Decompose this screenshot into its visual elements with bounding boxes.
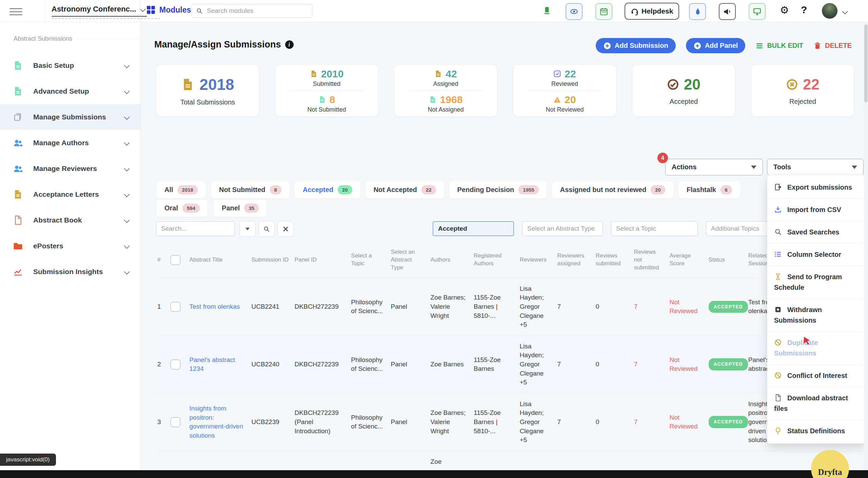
tools-menu-item-status-definitions[interactable]: Status Definitions — [767, 420, 866, 442]
column-header-num: # — [156, 242, 169, 278]
cell-reviewers_assigned: 7 — [556, 278, 594, 336]
filter-tab-pending-decision[interactable]: Pending Decision 1955 — [449, 181, 547, 199]
tools-menu-item-export-submissions[interactable]: Export submissions — [767, 176, 866, 198]
filter-tab-all[interactable]: All 2018 — [156, 181, 206, 199]
cell-abstract_type: Panel — [389, 278, 429, 336]
sidebar-item-manage-authors[interactable]: Manage Authors — [0, 130, 140, 156]
helpdesk-button[interactable]: Helpdesk — [625, 3, 679, 20]
bottom-bar — [0, 470, 868, 478]
stat-card-assigned: 42 Assigned 1968 Not Assigned — [394, 64, 497, 117]
sidebar-item-abstract-book[interactable]: Abstract Book — [0, 207, 140, 233]
cell-reviews_not_submitted: 7 — [633, 278, 668, 336]
column-header-panel_id: Panel ID — [293, 242, 350, 278]
tools-menu-item-conflict-of-interest[interactable]: Conflict of Interest — [767, 364, 866, 387]
pin-button[interactable] — [689, 3, 706, 20]
megaphone-button[interactable] — [719, 3, 736, 20]
abstract-type-filter[interactable] — [522, 221, 603, 236]
sidebar-item-basic-setup[interactable]: Basic Setup — [0, 53, 140, 78]
count-badge: 20 — [338, 185, 352, 194]
helpdesk-label: Helpdesk — [642, 7, 673, 15]
sidebar-item-manage-reviewers[interactable]: Manage Reviewers — [0, 156, 140, 181]
filter-tab-oral[interactable]: Oral 594 — [156, 199, 208, 217]
row-checkbox[interactable] — [171, 417, 180, 427]
scrollbar[interactable] — [864, 22, 868, 470]
cell-panel_id — [293, 451, 350, 470]
tools-menu-item-download-abstract-files[interactable]: Download abstract files — [767, 387, 866, 420]
user-avatar[interactable] — [822, 3, 837, 19]
tools-menu-item-withdrawn-submissions[interactable]: Withdrawn Submissions — [767, 299, 866, 331]
filter-tab-assigned-but-not-reviewed[interactable]: Assigned but not reviewed 20 — [552, 181, 674, 199]
filter-tab-accepted[interactable]: Accepted 20 — [294, 181, 361, 199]
cell-submission_id — [250, 451, 293, 470]
doc-icon — [318, 96, 326, 103]
clear-search-button[interactable] — [277, 221, 294, 237]
sidebar-item-acceptance-letters[interactable]: Acceptance Letters — [0, 181, 140, 207]
modules-search-input[interactable] — [206, 7, 308, 15]
cell-registered_authors: 1155-Zoe Barnes | 5810-... — [472, 393, 518, 451]
sidebar-item-advanced-setup[interactable]: Advanced Setup — [0, 78, 140, 104]
tools-dropdown[interactable]: Tools — [767, 159, 864, 175]
table-row-2: 2Panel's abstract 1234UCB2240DKBCH272239… — [156, 336, 863, 393]
megaphone-icon — [723, 7, 732, 16]
cell-average_score: Not Reviewed — [668, 393, 707, 451]
abstract-title-link[interactable]: Panel's abstract 1234 — [190, 356, 235, 372]
count-badge: 20 — [651, 185, 665, 194]
cell-_cb — [169, 393, 188, 451]
battery-icon — [542, 6, 553, 16]
row-checkbox[interactable] — [171, 302, 180, 312]
cell-reviewers: Lisa Hayden; Gregor Clegane +5 — [518, 393, 556, 451]
add-submission-button[interactable]: Add Submission — [596, 38, 676, 53]
search-input[interactable] — [156, 221, 235, 236]
count-badge: 22 — [421, 185, 436, 194]
tools-menu-item-import-from-csv[interactable]: Import from CSV — [767, 198, 866, 221]
search-options-button[interactable] — [239, 221, 256, 237]
filter-tab-panel[interactable]: Panel 35 — [213, 199, 267, 217]
add-panel-button[interactable]: Add Panel — [686, 38, 746, 53]
cell-reviews_submitted — [594, 451, 633, 470]
filter-tab-flashtalk[interactable]: Flashtalk 6 — [678, 181, 741, 199]
count-badge: 6 — [721, 185, 732, 194]
cell-submission_id: UCB2239 — [250, 393, 293, 451]
sidebar-item-eposters[interactable]: ePosters — [0, 233, 140, 259]
doc-icon — [13, 60, 23, 71]
cell-topic: Philosophy of Scienc... — [350, 393, 389, 451]
scrollbar-thumb[interactable] — [864, 24, 868, 102]
folder-icon — [13, 241, 23, 251]
abstract-title-link[interactable]: Insights from positron: government-drive… — [190, 405, 243, 439]
filter-tab-not-accepted[interactable]: Not Accepted 22 — [365, 181, 445, 199]
topic-filter[interactable] — [611, 221, 698, 236]
actions-dropdown[interactable]: Actions — [665, 159, 763, 175]
tools-menu-item-saved-searches[interactable]: Saved Searches — [767, 221, 866, 243]
tools-menu-item-column-selector[interactable]: Column Selector — [767, 243, 866, 266]
sidebar-item-manage-submissions[interactable]: Manage Submissions — [0, 104, 140, 130]
chevron-down-icon[interactable] — [842, 9, 848, 15]
abstract-title-link[interactable]: Test from olenkas — [190, 303, 240, 310]
cell-status: ACCEPTED — [707, 393, 747, 451]
filter-tabs-row1: All 2018 Not Submitted 8 Accepted 20 Not… — [156, 181, 741, 199]
columns-icon — [774, 250, 782, 258]
chevron-down-icon — [124, 140, 130, 146]
help-icon[interactable]: ? — [801, 4, 807, 16]
calendar-button[interactable] — [595, 3, 612, 20]
eye-button[interactable] — [566, 3, 583, 20]
info-icon[interactable]: i — [285, 40, 294, 49]
filter-tab-not-submitted[interactable]: Not Submitted 8 — [211, 181, 290, 199]
status-filter-input[interactable] — [433, 221, 514, 236]
battery-button[interactable] — [540, 3, 555, 19]
modules-button[interactable]: Modules — [146, 5, 191, 15]
sidebar-item-submission-insights[interactable]: Submission Insights — [0, 259, 140, 285]
table-row-partial: Zoe — [156, 451, 863, 470]
row-checkbox[interactable] — [171, 360, 180, 369]
cell-panel_id: DKBCH272239 — [293, 336, 350, 393]
settings-gear-icon[interactable]: ⚙ — [780, 4, 789, 16]
conference-selector[interactable]: Astronomy Conferenc... — [52, 5, 147, 17]
select-all-checkbox[interactable] — [171, 255, 180, 265]
tools-menu-item-send-to-program-schedule[interactable]: Send to Program Schedule — [767, 266, 866, 299]
monitor-button[interactable] — [749, 3, 766, 20]
eye-icon — [570, 7, 578, 16]
tools-menu-item-duplicate-submissions[interactable]: Duplicate Submissions — [767, 331, 866, 364]
hamburger-menu-icon[interactable] — [9, 6, 22, 17]
search-submit-button[interactable] — [258, 221, 275, 237]
bulk-edit-button[interactable]: BULK EDIT — [755, 42, 803, 50]
delete-button[interactable]: DELETE — [813, 42, 852, 50]
